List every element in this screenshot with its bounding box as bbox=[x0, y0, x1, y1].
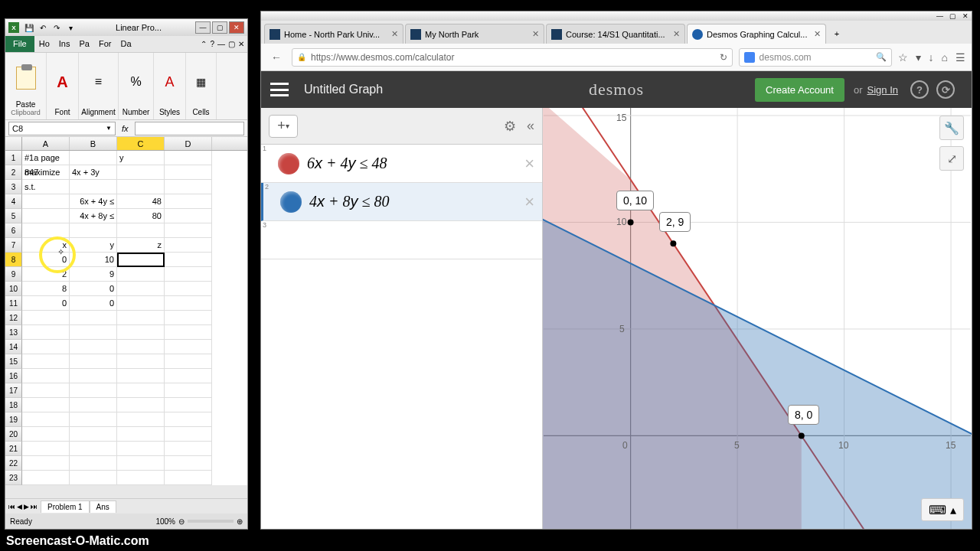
cell-A10[interactable]: 8 bbox=[22, 282, 70, 296]
minimize-ribbon-icon[interactable]: — bbox=[217, 40, 225, 48]
cell-D21[interactable] bbox=[165, 442, 212, 456]
close-icon[interactable]: ✕ bbox=[962, 12, 969, 20]
cell-C21[interactable] bbox=[117, 442, 165, 456]
cell-C23[interactable] bbox=[117, 471, 165, 485]
row-header-16[interactable]: 16 bbox=[5, 369, 22, 383]
close-tab-icon[interactable]: ✕ bbox=[532, 29, 539, 39]
cell-D15[interactable] bbox=[165, 354, 212, 369]
cell-C6[interactable] bbox=[117, 223, 165, 238]
zoom-in-icon[interactable]: ⊕ bbox=[237, 517, 243, 526]
cell-A17[interactable] bbox=[22, 383, 70, 398]
qat-dropdown-icon[interactable]: ▾ bbox=[65, 22, 76, 33]
cell-C13[interactable] bbox=[117, 325, 165, 340]
expression-row-3[interactable]: 3 bbox=[261, 221, 542, 259]
cell-A16[interactable] bbox=[22, 369, 70, 383]
cell-B18[interactable] bbox=[70, 398, 117, 412]
expr-text[interactable]: 4x + 8y ≤ 80 bbox=[309, 193, 524, 210]
keypad-toggle[interactable]: ⌨ ▴ bbox=[921, 498, 964, 521]
first-sheet-icon[interactable]: ⏮ bbox=[8, 503, 15, 510]
row-header-3[interactable]: 3 bbox=[5, 180, 22, 194]
collapse-icon[interactable]: « bbox=[527, 118, 534, 134]
row-header-4[interactable]: 4 bbox=[5, 194, 22, 209]
cell-A1[interactable]: #1a page 847 bbox=[22, 151, 70, 165]
row-header-19[interactable]: 19 bbox=[5, 412, 22, 427]
col-header-b[interactable]: B bbox=[70, 137, 117, 150]
cell-D10[interactable] bbox=[165, 282, 212, 296]
zoom-tool-icon[interactable]: ⤢ bbox=[939, 146, 964, 171]
color-dot-icon[interactable] bbox=[278, 153, 299, 174]
new-tab-button[interactable]: + bbox=[828, 24, 846, 44]
row-header-6[interactable]: 6 bbox=[5, 223, 22, 238]
cell-A6[interactable] bbox=[22, 223, 70, 238]
graph-title[interactable]: Untitled Graph bbox=[304, 83, 755, 96]
cell-A15[interactable] bbox=[22, 354, 70, 369]
cell-A3[interactable]: s.t. bbox=[22, 180, 70, 194]
cell-B14[interactable] bbox=[70, 340, 117, 354]
wrench-icon[interactable]: 🔧 bbox=[939, 116, 964, 140]
home-tab[interactable]: Ho bbox=[34, 36, 54, 52]
minimize-button[interactable]: — bbox=[195, 21, 211, 34]
row-header-13[interactable]: 13 bbox=[5, 325, 22, 340]
cell-B23[interactable] bbox=[70, 471, 117, 485]
bookmark-icon[interactable]: ☆ bbox=[898, 51, 908, 64]
hamburger-icon[interactable] bbox=[270, 83, 289, 96]
cell-B4[interactable]: 6x + 4y ≤ bbox=[70, 194, 117, 209]
delete-expr-icon[interactable]: × bbox=[524, 192, 534, 212]
create-account-button[interactable]: Create Account bbox=[755, 78, 844, 102]
row-header-17[interactable]: 17 bbox=[5, 383, 22, 398]
row-header-20[interactable]: 20 bbox=[5, 427, 22, 442]
browser-tab-0[interactable]: Home - North Park Univ...✕ bbox=[264, 24, 403, 44]
close-tab-icon[interactable]: ✕ bbox=[391, 29, 398, 39]
cell-D23[interactable] bbox=[165, 471, 212, 485]
cell-D6[interactable] bbox=[165, 223, 212, 238]
prev-sheet-icon[interactable]: ◀ bbox=[17, 503, 22, 510]
cell-B7[interactable]: y bbox=[70, 238, 117, 253]
cell-D20[interactable] bbox=[165, 427, 212, 442]
cell-D16[interactable] bbox=[165, 369, 212, 383]
row-header-7[interactable]: 7 bbox=[5, 238, 22, 253]
next-sheet-icon[interactable]: ▶ bbox=[24, 503, 29, 510]
back-button[interactable]: ← bbox=[267, 48, 286, 67]
cell-A5[interactable] bbox=[22, 209, 70, 223]
home-icon[interactable]: ⌂ bbox=[942, 51, 948, 64]
cell-A22[interactable] bbox=[22, 456, 70, 471]
search-icon[interactable]: 🔍 bbox=[876, 52, 887, 62]
cell-A12[interactable] bbox=[22, 311, 70, 325]
help-button[interactable]: ? bbox=[910, 80, 929, 99]
cell-A13[interactable] bbox=[22, 325, 70, 340]
chevron-icon[interactable]: ⌃ bbox=[201, 40, 207, 48]
maximize-button[interactable]: ▢ bbox=[212, 21, 227, 34]
restore-icon[interactable]: ▢ bbox=[228, 40, 235, 48]
cell-C22[interactable] bbox=[117, 456, 165, 471]
url-input[interactable]: 🔒 https://www.desmos.com/calculator ↻ bbox=[292, 48, 733, 67]
cell-B3[interactable] bbox=[70, 180, 117, 194]
number-icon[interactable]: % bbox=[130, 56, 141, 108]
cell-D7[interactable] bbox=[165, 238, 212, 253]
expression-row-1[interactable]: 16x + 4y ≤ 48× bbox=[261, 145, 542, 183]
cell-B13[interactable] bbox=[70, 325, 117, 340]
search-box[interactable]: desmos.com 🔍 bbox=[739, 48, 892, 67]
cell-D9[interactable] bbox=[165, 267, 212, 282]
cell-A11[interactable]: 0 bbox=[22, 296, 70, 311]
cell-D3[interactable] bbox=[165, 180, 212, 194]
cell-D17[interactable] bbox=[165, 383, 212, 398]
cell-C20[interactable] bbox=[117, 427, 165, 442]
cell-C12[interactable] bbox=[117, 311, 165, 325]
row-header-1[interactable]: 1 bbox=[5, 151, 22, 165]
name-dropdown-icon[interactable]: ▼ bbox=[106, 125, 112, 132]
cell-B12[interactable] bbox=[70, 311, 117, 325]
expression-row-2[interactable]: 24x + 8y ≤ 80× bbox=[261, 183, 542, 221]
cell-C5[interactable]: 80 bbox=[117, 209, 165, 223]
delete-expr-icon[interactable]: × bbox=[524, 154, 534, 174]
cell-B1[interactable] bbox=[70, 151, 117, 165]
cell-A4[interactable] bbox=[22, 194, 70, 209]
font-icon[interactable]: A bbox=[57, 56, 67, 108]
row-header-5[interactable]: 5 bbox=[5, 209, 22, 223]
cell-D22[interactable] bbox=[165, 456, 212, 471]
row-header-14[interactable]: 14 bbox=[5, 340, 22, 354]
cell-A9[interactable]: 2 bbox=[22, 267, 70, 282]
select-all-corner[interactable] bbox=[5, 137, 22, 150]
cells-icon[interactable]: ▦ bbox=[196, 56, 206, 108]
cell-B21[interactable] bbox=[70, 442, 117, 456]
close-tab-icon[interactable]: ✕ bbox=[814, 29, 821, 39]
